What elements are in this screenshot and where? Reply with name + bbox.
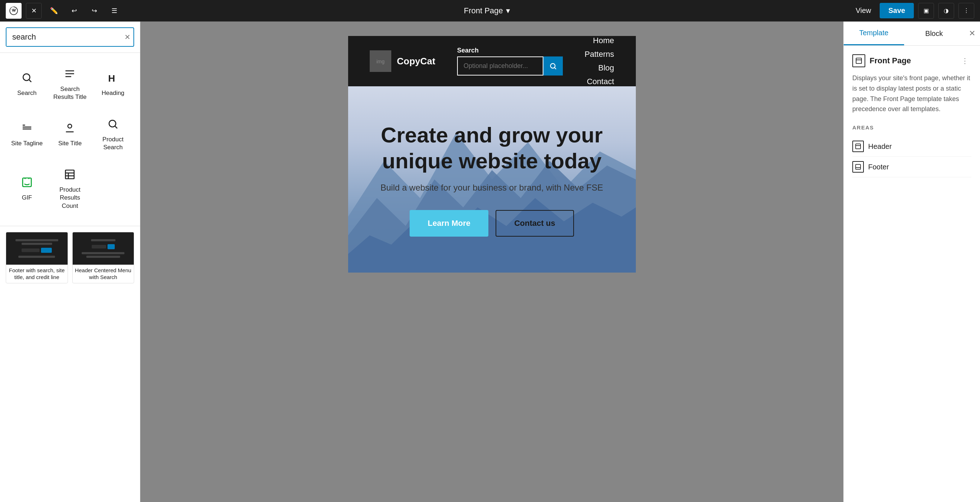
svg-point-11 — [109, 121, 116, 127]
main-area: ✕ Search Search Results Title H — [0, 22, 980, 502]
header-area-icon — [852, 141, 864, 152]
svg-line-12 — [115, 126, 117, 129]
product-results-count-label: Product Results Count — [52, 186, 89, 210]
svg-point-9 — [68, 124, 72, 129]
canvas-area: img CopyCat Search Home Patterns — [140, 22, 843, 502]
contrast-icon-button[interactable]: ◑ — [938, 3, 954, 19]
svg-rect-24 — [856, 144, 861, 149]
site-logo-box: img — [370, 50, 391, 72]
pencil-icon[interactable]: ✏️ — [46, 3, 62, 19]
pattern-card-header-centered[interactable]: Header Centered Menu with Search — [72, 232, 135, 283]
page-title-text: Front Page — [464, 6, 503, 16]
template-description: Displays your site's front page, whether… — [852, 73, 971, 114]
save-button[interactable]: Save — [880, 3, 914, 18]
svg-text:H: H — [108, 73, 115, 83]
learn-more-button[interactable]: Learn More — [410, 210, 488, 237]
site-search-row — [457, 56, 563, 76]
options-button[interactable]: ⋮ — [958, 3, 974, 19]
layout-icon-button[interactable]: ▣ — [918, 3, 934, 19]
search-results-title-icon — [62, 66, 78, 82]
product-results-count-icon — [62, 167, 78, 182]
blocks-grid: Search Search Results Title H Heading — [0, 53, 140, 223]
block-item-site-title[interactable]: Site Title — [49, 109, 91, 159]
site-header: img CopyCat Search Home Patterns — [348, 36, 636, 86]
product-search-label: Product Search — [95, 135, 131, 151]
redo-button[interactable]: ↪ — [86, 3, 102, 19]
area-item-header[interactable]: Header — [852, 136, 971, 157]
topbar-right: View Save ▣ ◑ ⋮ — [851, 3, 974, 19]
block-item-search-results-title[interactable]: Search Results Title — [49, 59, 91, 108]
hero-content: Create and grow your unique website toda… — [370, 122, 614, 237]
page-title-button[interactable]: Front Page ▾ — [464, 6, 510, 16]
topbar-center: Front Page ▾ — [127, 6, 847, 16]
tab-block[interactable]: Block — [904, 22, 964, 45]
pattern-thumb-footer — [6, 232, 68, 265]
block-search-input[interactable] — [6, 28, 122, 46]
site-nav: Home Patterns Blog Contact — [585, 36, 614, 86]
block-item-product-results-count[interactable]: Product Results Count — [49, 159, 91, 217]
hero-title: Create and grow your unique website toda… — [370, 122, 614, 174]
search-results-title-label: Search Results Title — [52, 85, 89, 101]
search-block-label: Search — [17, 89, 37, 97]
patterns-section: Footer with search, site title, and cred… — [0, 229, 140, 286]
template-icon — [852, 54, 865, 67]
site-title-label: Site Title — [58, 140, 82, 148]
site-tagline-label: Site Tagline — [11, 140, 43, 148]
product-search-icon — [105, 116, 121, 132]
nav-home[interactable]: Home — [593, 36, 614, 45]
svg-rect-26 — [856, 164, 861, 169]
right-panel: Template Block ✕ Front Page ⋮ Displays y… — [843, 22, 980, 502]
hero-section: Create and grow your unique website toda… — [348, 86, 636, 273]
undo-button[interactable]: ↩ — [66, 3, 82, 19]
svg-line-1 — [29, 80, 31, 82]
block-item-gif[interactable]: GIF — [6, 159, 48, 217]
nav-patterns[interactable]: Patterns — [585, 49, 614, 59]
template-title: Front Page — [870, 56, 954, 65]
template-more-button[interactable]: ⋮ — [958, 54, 971, 67]
heading-block-icon: H — [105, 70, 121, 86]
left-panel: ✕ Search Search Results Title H — [0, 22, 140, 502]
block-item-search[interactable]: Search — [6, 59, 48, 108]
search-input-wrapper: ✕ — [6, 27, 134, 47]
block-item-heading[interactable]: H Heading — [92, 59, 134, 108]
wp-logo — [6, 3, 22, 19]
block-item-site-tagline[interactable]: Site Tagline — [6, 109, 48, 159]
svg-point-0 — [23, 74, 30, 81]
pattern-thumb-header — [73, 232, 134, 265]
area-item-footer[interactable]: Footer — [852, 157, 971, 177]
site-tagline-icon — [19, 120, 35, 136]
canvas-frame: img CopyCat Search Home Patterns — [348, 36, 636, 273]
pattern-card-footer-search[interactable]: Footer with search, site title, and cred… — [6, 232, 68, 283]
site-title-icon — [62, 120, 78, 136]
search-clear-button[interactable]: ✕ — [122, 30, 134, 44]
nav-blog[interactable]: Blog — [598, 63, 614, 73]
site-search-button[interactable] — [543, 56, 563, 76]
hero-buttons: Learn More Contact us — [370, 210, 614, 237]
topbar: ✕ ✏️ ↩ ↪ ☰ Front Page ▾ View Save ▣ ◑ ⋮ — [0, 0, 980, 22]
block-item-product-search[interactable]: Product Search — [92, 109, 134, 159]
template-header: Front Page ⋮ — [852, 54, 971, 67]
heading-block-label: Heading — [102, 89, 124, 97]
close-button[interactable]: ✕ — [26, 3, 42, 19]
svg-rect-22 — [856, 58, 862, 64]
site-search-area: Search — [457, 47, 563, 76]
footer-area-icon — [852, 161, 864, 173]
site-search-input[interactable] — [457, 56, 543, 76]
contact-us-button[interactable]: Contact us — [496, 210, 574, 237]
svg-rect-14 — [65, 170, 74, 179]
right-panel-content: Front Page ⋮ Displays your site's front … — [844, 46, 980, 502]
view-button[interactable]: View — [851, 3, 875, 17]
pattern-footer-label: Footer with search, site title, and cred… — [6, 265, 68, 283]
site-name: CopyCat — [397, 56, 436, 67]
gif-icon — [19, 175, 35, 190]
gif-block-label: GIF — [22, 194, 32, 202]
pattern-thumbnails: Footer with search, site title, and cred… — [6, 232, 134, 283]
list-view-button[interactable]: ☰ — [107, 3, 122, 19]
right-panel-close-button[interactable]: ✕ — [964, 22, 980, 45]
search-block-icon — [19, 70, 35, 86]
svg-point-20 — [550, 63, 555, 68]
areas-label: AREAS — [852, 124, 971, 130]
hero-subtitle: Build a website for your business or bra… — [370, 183, 614, 193]
nav-contact[interactable]: Contact — [587, 77, 614, 86]
tab-template[interactable]: Template — [844, 22, 904, 45]
